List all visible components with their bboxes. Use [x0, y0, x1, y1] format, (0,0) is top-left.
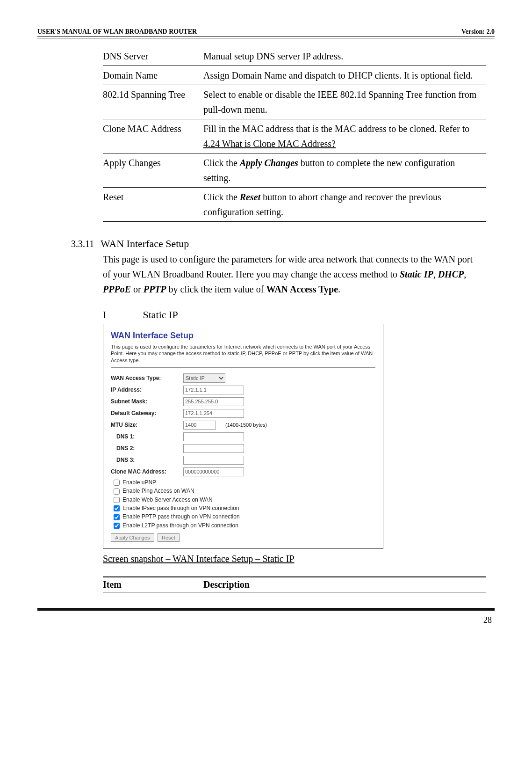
page-footer-rule — [37, 608, 495, 611]
clone-mac-input[interactable] — [183, 467, 244, 476]
term: Clone MAC Address — [103, 119, 203, 153]
row-mtu: MTU Size: (1400-1500 bytes) — [111, 421, 375, 430]
shot-title: WAN Interface Setup — [111, 331, 375, 341]
enable-l2tp-checkbox[interactable] — [114, 523, 120, 529]
label: WAN Access Type: — [111, 375, 183, 381]
dns3-input[interactable] — [183, 456, 244, 465]
section-body: This page is used to configure the param… — [103, 252, 477, 297]
enable-upnp-checkbox[interactable] — [114, 480, 120, 486]
term: 802.1d Spanning Tree — [103, 85, 203, 119]
label: DNS 1: — [111, 433, 183, 440]
apply-changes-button[interactable]: Apply Changes — [111, 533, 154, 542]
desc: Click the Apply Changes button to comple… — [203, 153, 486, 188]
page-number: 28 — [37, 615, 495, 625]
row-dns1: DNS 1: — [111, 432, 375, 441]
shot-desc: This page is used to configure the param… — [111, 343, 375, 368]
label: DNS 2: — [111, 445, 183, 452]
header-right: Version: 2.0 — [461, 28, 495, 36]
check-ping: Enable Ping Access on WAN — [114, 488, 375, 494]
check-l2tp: Enable L2TP pass through on VPN connecti… — [114, 522, 375, 529]
row-ip: IP Address: — [111, 386, 375, 394]
enable-ipsec-checkbox[interactable] — [114, 505, 120, 511]
dns1-input[interactable] — [183, 432, 244, 441]
row-access-type: WAN Access Type: Static IP — [111, 373, 375, 383]
mtu-hint: (1400-1500 bytes) — [225, 422, 267, 428]
page-header: USER'S MANUAL OF WLAN BROADBAND ROUTER V… — [37, 28, 495, 38]
mtu-size-input[interactable] — [183, 421, 216, 430]
desc: Click the Reset button to abort change a… — [203, 188, 486, 222]
row-dns3: DNS 3: — [111, 456, 375, 465]
check-ipsec: Enable IPsec pass through on VPN connect… — [114, 505, 375, 511]
row-dns2: DNS 2: — [111, 444, 375, 453]
subsection-roman: I — [103, 309, 140, 321]
default-gateway-input[interactable] — [183, 409, 244, 418]
button-row: Apply Changes Reset — [111, 533, 375, 542]
wan-access-type-select[interactable]: Static IP — [183, 373, 225, 383]
link-text: 4.24 What is Clone MAC Address? — [203, 139, 336, 149]
label: Clone MAC Address: — [111, 468, 183, 475]
label: DNS 3: — [111, 457, 183, 463]
label: Subnet Mask: — [111, 398, 183, 405]
desc: Manual setup DNS server IP address. — [203, 47, 486, 66]
section-title: WAN Interface Setup — [101, 238, 189, 249]
subnet-mask-input[interactable] — [183, 397, 244, 406]
row-gateway: Default Gateway: — [111, 409, 375, 418]
row-clone-mac: Clone MAC Address: — [111, 467, 375, 476]
screenshot-caption: Screen snapshot – WAN Interface Setup – … — [103, 554, 495, 564]
desc: Assign Domain Name and dispatch to DHCP … — [203, 66, 486, 85]
section-heading: 3.3.11 WAN Interface Setup — [71, 238, 495, 250]
check-pptp: Enable PPTP pass through on VPN connecti… — [114, 513, 375, 520]
reset-button[interactable]: Reset — [158, 533, 180, 542]
subsection-title: Static IP — [143, 309, 178, 321]
header-left: USER'S MANUAL OF WLAN BROADBAND ROUTER — [37, 28, 197, 36]
check-upnp: Enable uPNP — [114, 479, 375, 486]
col-item: Item — [103, 579, 203, 590]
screenshot-panel: WAN Interface Setup This page is used to… — [103, 324, 383, 549]
term: DNS Server — [103, 47, 203, 66]
definition-table: DNS Server Manual setup DNS server IP ad… — [103, 47, 486, 222]
enable-ping-checkbox[interactable] — [114, 489, 120, 495]
subsection-heading: I Static IP — [103, 309, 495, 321]
section-number: 3.3.11 — [71, 239, 98, 249]
row-mask: Subnet Mask: — [111, 397, 375, 406]
desc: Fill in the MAC address that is the MAC … — [203, 119, 486, 153]
label: Default Gateway: — [111, 410, 183, 416]
term: Domain Name — [103, 66, 203, 85]
enable-web-checkbox[interactable] — [114, 497, 120, 503]
label: MTU Size: — [111, 422, 183, 428]
ip-address-input[interactable] — [183, 386, 244, 394]
item-description-header: Item Description — [103, 576, 486, 592]
check-web: Enable Web Server Access on WAN — [114, 496, 375, 503]
term: Apply Changes — [103, 153, 203, 188]
enable-pptp-checkbox[interactable] — [114, 514, 120, 520]
col-description: Description — [203, 579, 250, 590]
dns2-input[interactable] — [183, 444, 244, 453]
term: Reset — [103, 188, 203, 222]
desc: Select to enable or disable the IEEE 802… — [203, 85, 486, 119]
label: IP Address: — [111, 386, 183, 393]
